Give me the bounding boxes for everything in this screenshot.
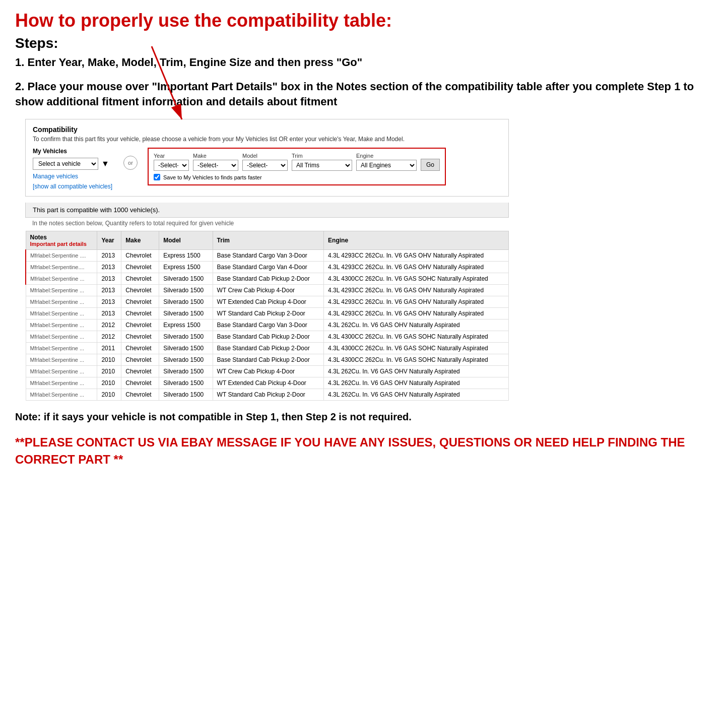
save-row: Save to My Vehicles to finds parts faste… <box>154 174 440 180</box>
cell-trim: Base Standard Cargo Van 3-Door <box>213 320 323 331</box>
cell-engine: 4.3L 4293CC 262Cu. In. V6 GAS OHV Natura… <box>324 262 509 273</box>
cell-engine: 4.3L 4293CC 262Cu. In. V6 GAS OHV Natura… <box>324 308 509 320</box>
step2-text: 2. Place your mouse over "Important Part… <box>15 79 713 110</box>
col-notes: Notes Important part details <box>26 231 97 250</box>
cell-engine: 4.3L 4300CC 262Cu. In. V6 GAS SOHC Natur… <box>324 273 509 285</box>
cell-model: Silverado 1500 <box>159 285 213 296</box>
cell-model: Express 1500 <box>159 262 213 273</box>
compat-form-area: My Vehicles Select a vehicle ▼ Manage ve… <box>33 148 501 190</box>
cell-trim: Base Standard Cargo Van 4-Door <box>213 262 323 273</box>
table-row: Mfrlabel:Serpentine ...2011ChevroletSilv… <box>26 343 509 354</box>
compat-title: Compatibility <box>33 125 501 134</box>
cell-notes: Mfrlabel:Serpentine ... <box>26 308 97 320</box>
table-row: Mfrlabel:Serpentine ...2010ChevroletSilv… <box>26 377 509 389</box>
cell-notes: Mfrlabel:Serpentine ... <box>26 343 97 354</box>
cell-model: Silverado 1500 <box>159 366 213 377</box>
cell-engine: 4.3L 262Cu. In. V6 GAS OHV Naturally Asp… <box>324 366 509 377</box>
save-checkbox[interactable] <box>154 174 160 180</box>
cell-engine: 4.3L 4300CC 262Cu. In. V6 GAS SOHC Natur… <box>324 331 509 343</box>
cell-trim: Base Standard Cab Pickup 2-Door <box>213 354 323 366</box>
table-row: Mfrlabel:Serpentine....2013ChevroletExpr… <box>26 262 509 273</box>
show-all-link[interactable]: [show all compatible vehicles] <box>33 183 113 190</box>
cell-notes: Mfrlabel:Serpentine ... <box>26 389 97 401</box>
cell-trim: WT Standard Cab Pickup 2-Door <box>213 308 323 320</box>
cell-notes: Mfrlabel:Serpentine ... <box>26 285 97 296</box>
cell-year: 2012 <box>97 320 121 331</box>
cell-make: Chevrolet <box>121 250 159 262</box>
cell-year: 2013 <box>97 285 121 296</box>
or-circle: or <box>123 156 138 170</box>
contact-text: **PLEASE CONTACT US VIA EBAY MESSAGE IF … <box>15 434 713 468</box>
compat-subtitle: To confirm that this part fits your vehi… <box>33 136 501 143</box>
vehicle-select[interactable]: Select a vehicle <box>33 158 98 170</box>
note-text: Note: if it says your vehicle is not com… <box>15 410 713 424</box>
manage-vehicles-link[interactable]: Manage vehicles <box>33 173 113 180</box>
cell-year: 2010 <box>97 354 121 366</box>
cell-make: Chevrolet <box>121 285 159 296</box>
cell-year: 2013 <box>97 296 121 308</box>
model-label: Model <box>242 153 288 159</box>
cell-notes: Mfrlabel:Serpentine ... <box>26 296 97 308</box>
cell-engine: 4.3L 4293CC 262Cu. In. V6 GAS OHV Natura… <box>324 296 509 308</box>
cell-make: Chevrolet <box>121 366 159 377</box>
table-row: Mfrlabel:Serpentine ...2013ChevroletSilv… <box>26 296 509 308</box>
main-title: How to properly use the compatibility ta… <box>15 10 713 31</box>
cell-year: 2011 <box>97 343 121 354</box>
cell-notes: Mfrlabel:Serpentine ... <box>26 331 97 343</box>
cell-notes: Mfrlabel:Serpentine ... <box>26 320 97 331</box>
model-field-group: Model -Select- <box>242 153 288 171</box>
cell-engine: 4.3L 4293CC 262Cu. In. V6 GAS OHV Natura… <box>324 250 509 262</box>
cell-year: 2013 <box>97 250 121 262</box>
engine-select[interactable]: All Engines <box>356 160 417 171</box>
engine-label: Engine <box>356 153 417 159</box>
table-row: Mfrlabel:Serpentine ...2013ChevroletSilv… <box>26 285 509 296</box>
cell-model: Silverado 1500 <box>159 331 213 343</box>
cell-notes: Mfrlabel:Serpentine ... <box>26 366 97 377</box>
cell-make: Chevrolet <box>121 331 159 343</box>
cell-notes: Mfrlabel:Serpentine.... <box>26 262 97 273</box>
cell-trim: WT Standard Cab Pickup 2-Door <box>213 389 323 401</box>
compatibility-table: Notes Important part details Year Make M… <box>25 231 509 401</box>
table-row: Mfrlabel:Serpentine ....2013ChevroletExp… <box>26 250 509 262</box>
year-select[interactable]: -Select- <box>154 160 189 171</box>
year-label: Year <box>154 153 189 159</box>
cell-year: 2013 <box>97 262 121 273</box>
cell-make: Chevrolet <box>121 296 159 308</box>
step1-text: 1. Enter Year, Make, Model, Trim, Engine… <box>15 55 713 70</box>
trim-label: Trim <box>292 153 352 159</box>
cell-model: Silverado 1500 <box>159 354 213 366</box>
cell-trim: WT Crew Cab Pickup 4-Door <box>213 285 323 296</box>
my-vehicles-section: My Vehicles Select a vehicle ▼ Manage ve… <box>33 148 113 190</box>
make-select[interactable]: -Select- <box>193 160 238 171</box>
compatible-info-bar: This part is compatible with 1000 vehicl… <box>25 203 509 218</box>
model-select[interactable]: -Select- <box>242 160 288 171</box>
cell-model: Silverado 1500 <box>159 343 213 354</box>
fields-row: Year -Select- Make -Select- Model -Selec… <box>154 153 440 171</box>
table-row: Mfrlabel:Serpentine ...2012ChevroletSilv… <box>26 331 509 343</box>
cell-engine: 4.3L 4293CC 262Cu. In. V6 GAS OHV Natura… <box>324 285 509 296</box>
cell-year: 2010 <box>97 377 121 389</box>
col-year: Year <box>97 231 121 250</box>
year-make-section: Year -Select- Make -Select- Model -Selec… <box>148 148 446 185</box>
cell-year: 2010 <box>97 389 121 401</box>
go-button[interactable]: Go <box>421 159 440 171</box>
cell-engine: 4.3L 4300CC 262Cu. In. V6 GAS SOHC Natur… <box>324 354 509 366</box>
cell-trim: WT Extended Cab Pickup 4-Door <box>213 377 323 389</box>
year-field-group: Year -Select- <box>154 153 189 171</box>
cell-model: Silverado 1500 <box>159 273 213 285</box>
steps-label: Steps: <box>15 35 713 51</box>
cell-make: Chevrolet <box>121 343 159 354</box>
quantity-note: In the notes section below, Quantity ref… <box>25 218 509 229</box>
col-model: Model <box>159 231 213 250</box>
cell-make: Chevrolet <box>121 320 159 331</box>
table-row: Mfrlabel:Serpentine ...2010ChevroletSilv… <box>26 389 509 401</box>
trim-field-group: Trim All Trims <box>292 153 352 171</box>
cell-trim: Base Standard Cargo Van 3-Door <box>213 250 323 262</box>
table-row: Mfrlabel:Serpentine ...2013ChevroletSilv… <box>26 308 509 320</box>
table-row: Mfrlabel:Serpentine ...2012ChevroletExpr… <box>26 320 509 331</box>
make-field-group: Make -Select- <box>193 153 238 171</box>
trim-select[interactable]: All Trims <box>292 160 352 171</box>
cell-model: Silverado 1500 <box>159 377 213 389</box>
cell-notes: Mfrlabel:Serpentine ... <box>26 273 97 285</box>
cell-model: Express 1500 <box>159 250 213 262</box>
